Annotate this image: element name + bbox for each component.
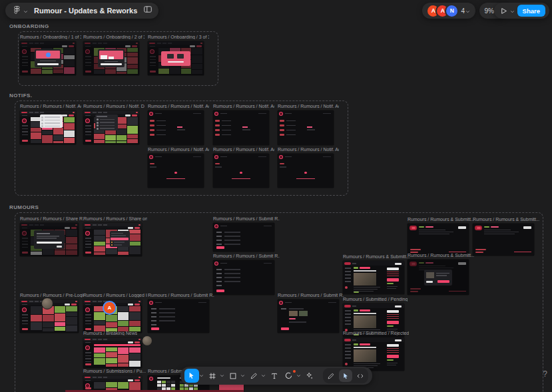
frame-thumbnail[interactable] xyxy=(213,110,269,145)
thumb-shape xyxy=(345,323,351,325)
dev-mode-button[interactable] xyxy=(354,369,367,382)
thumb-shape xyxy=(307,126,312,128)
thumb-shape xyxy=(159,316,175,317)
frame-label[interactable]: Rumours / Rumours / Notif. Ac... xyxy=(20,104,81,108)
frame-thumbnail[interactable] xyxy=(20,110,76,144)
mini-modal xyxy=(35,49,61,67)
frame-thumbnail[interactable] xyxy=(343,261,404,294)
thumb-shape xyxy=(177,129,185,130)
frame-label[interactable]: Rumours / Rumours / Notif. Ac... xyxy=(213,104,274,108)
frame-thumbnail[interactable] xyxy=(213,223,274,252)
frame-thumbnail[interactable] xyxy=(213,154,269,188)
help-button[interactable]: ? xyxy=(543,369,547,379)
frame-thumbnail[interactable] xyxy=(408,224,469,256)
frame-label[interactable]: Rumours / Rumours / Notif. Ac... xyxy=(278,104,339,108)
frame-label[interactable]: Rumours / Rumours & Submitt... xyxy=(473,217,539,222)
section-label[interactable]: ONBOARDING xyxy=(9,23,49,29)
comment-tool-chevron[interactable] xyxy=(296,369,302,383)
frame-label[interactable]: Rumours / Rumours & Submitt... xyxy=(343,254,410,259)
mini-dropdown xyxy=(110,231,130,247)
thumb-shape xyxy=(215,163,220,164)
move-tool[interactable] xyxy=(184,369,199,383)
frame-label[interactable]: Rumours / Rumours & Submitt... xyxy=(408,217,474,222)
frame-thumbnail[interactable] xyxy=(278,299,339,333)
shape-tool[interactable] xyxy=(226,369,240,383)
text-tool[interactable] xyxy=(267,369,282,383)
frame-label[interactable]: Rumours / Rumours & Submitt... xyxy=(408,253,474,258)
canvas[interactable]: ONBOARDINGNOTIFS.RUMOURSRumours / Onboar… xyxy=(0,0,552,392)
frame-label[interactable]: Rumours / Rumours / Submit R... xyxy=(213,254,280,258)
frame-label[interactable]: Rumours / Rumours / Notif. Ac... xyxy=(213,147,274,152)
pen-tool-chevron[interactable] xyxy=(261,369,266,383)
frame-label[interactable]: Rumours / Breaking News xyxy=(83,331,137,335)
frame-label[interactable]: Rumours / Rumours / Share R... xyxy=(20,216,84,221)
frame-thumbnail[interactable] xyxy=(473,224,534,256)
frame-label[interactable]: Rumours / Submissions / Pu... xyxy=(83,369,146,373)
frame-tool-chevron[interactable] xyxy=(220,369,225,383)
thumb-shape xyxy=(40,61,56,62)
collaborator-avatar-canvas[interactable]: A xyxy=(103,301,117,315)
thumb-shape xyxy=(360,267,370,269)
thumb-shape xyxy=(150,120,154,122)
frame-label[interactable]: Rumours / Submitted / Pending xyxy=(343,297,408,301)
actions-tool[interactable] xyxy=(302,369,317,383)
user-avatar-photo[interactable] xyxy=(142,335,152,346)
frame-label[interactable]: Rumours / Rumours / Notif. Ac... xyxy=(278,147,339,152)
pen-tool[interactable] xyxy=(246,369,261,383)
frame-label[interactable]: Rumours / Submitted / Rejected xyxy=(343,331,409,335)
thumb-shape xyxy=(150,163,154,164)
thumb-shape xyxy=(22,131,28,132)
frame-thumbnail[interactable] xyxy=(148,110,204,145)
frame-label[interactable]: Rumours / Rumours / Pre-Login xyxy=(20,293,84,297)
thumb-shape xyxy=(45,122,60,124)
frame-label[interactable]: Rumours / Rumours / Submit R... xyxy=(213,216,280,221)
thumb-shape xyxy=(387,359,394,361)
thumb-shape xyxy=(289,311,298,316)
thumb-shape xyxy=(150,166,156,168)
frame-thumbnail[interactable] xyxy=(278,110,334,145)
design-mode-button[interactable] xyxy=(339,369,352,382)
frame-label[interactable]: Rumours / Rumours / Submit R... xyxy=(278,293,344,297)
frame-thumbnail[interactable] xyxy=(83,41,139,75)
frame-thumbnail[interactable] xyxy=(148,299,209,333)
frame-thumbnail[interactable] xyxy=(408,260,469,295)
frame-label[interactable]: Rumours / Onboarding / 3 of 3 xyxy=(148,35,209,39)
frame-label[interactable]: Rumours / Rumours / Logged In xyxy=(83,293,147,297)
thumb-shape xyxy=(215,134,220,136)
frame-thumbnail[interactable] xyxy=(278,154,334,188)
mini-logo xyxy=(344,305,351,308)
frame-thumbnail[interactable] xyxy=(83,110,139,144)
section-label[interactable]: RUMOURS xyxy=(9,204,39,210)
thumb-shape xyxy=(345,317,351,318)
frame-thumbnail[interactable] xyxy=(213,260,274,295)
thumb-shape xyxy=(436,275,447,276)
shape-tool-chevron[interactable] xyxy=(240,369,246,383)
frame-label[interactable]: Rumours / Onboarding / 2 of 3 xyxy=(83,35,144,39)
comment-tool[interactable] xyxy=(282,369,296,383)
frame-thumbnail[interactable] xyxy=(83,337,142,368)
thumb-shape xyxy=(345,351,351,352)
section-label[interactable]: NOTIFS. xyxy=(9,93,32,98)
frame-tool[interactable] xyxy=(205,369,220,383)
frame-label[interactable]: Rumours / Rumours / Share on... xyxy=(83,216,147,221)
frame-thumbnail[interactable] xyxy=(20,41,76,75)
thumb-shape xyxy=(98,224,102,226)
frame-label[interactable]: Rumours / Rumours / Notif. Ac... xyxy=(148,147,209,152)
frame-thumbnail[interactable] xyxy=(148,41,204,75)
frame-label[interactable]: Rumours / Rumours / Submit R... xyxy=(148,293,214,297)
frame-thumbnail[interactable] xyxy=(20,223,79,256)
move-tool-chevron[interactable] xyxy=(199,369,204,383)
user-avatar-photo[interactable] xyxy=(41,297,53,309)
thumb-shape xyxy=(118,306,129,311)
frame-thumbnail[interactable] xyxy=(83,223,142,256)
thumb-shape xyxy=(419,226,424,228)
frame-label[interactable]: Rumours / Onboarding / 1 of 3 xyxy=(20,35,81,39)
thumb-shape xyxy=(477,227,481,229)
thumb-shape xyxy=(114,242,125,243)
frame-thumbnail[interactable] xyxy=(148,154,204,188)
frame-label[interactable]: Rumours / Rumours / Notif. Ac... xyxy=(148,104,209,108)
mini-modal xyxy=(161,51,190,66)
frame-thumbnail[interactable] xyxy=(343,337,404,371)
draw-mode-button[interactable] xyxy=(324,369,338,382)
frame-label[interactable]: Rumours / Rumours / Notif. Dr... xyxy=(83,104,144,108)
